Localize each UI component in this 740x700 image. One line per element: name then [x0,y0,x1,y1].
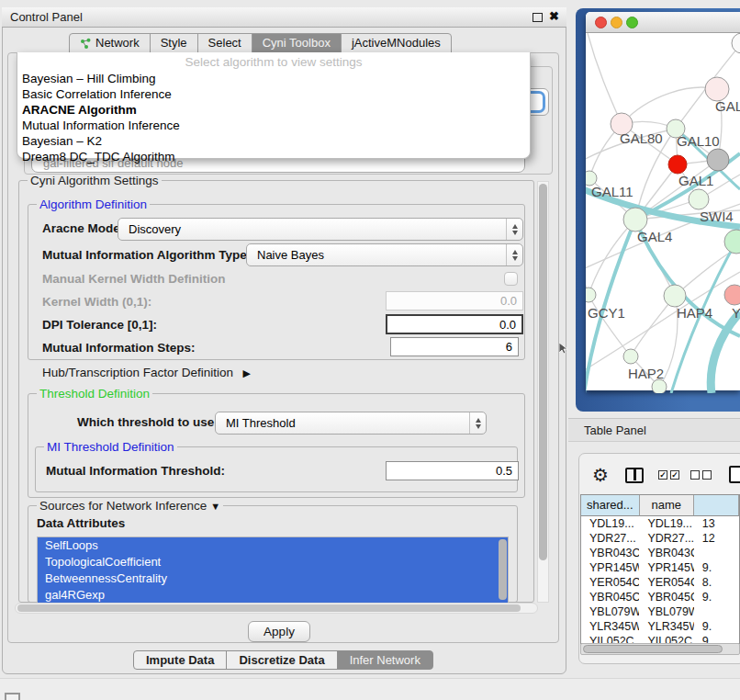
node-hap2[interactable] [623,349,638,364]
data-attributes-list[interactable]: SelfLoopsTopologicalCoefficientBetweenne… [37,536,509,604]
table-cell[interactable]: 9. [694,619,739,634]
scrollbar-thumb[interactable] [539,184,547,560]
manual-kernel-checkbox[interactable] [504,272,518,286]
collapsed-panel-icon[interactable] [5,693,20,700]
table-row[interactable]: YBL079WYBL079W [581,604,739,619]
table-row[interactable]: YLR345WYLR345W9. [581,619,739,634]
table-cell[interactable]: YDR27... [581,531,639,546]
mi-steps-field[interactable]: 6 [390,337,519,356]
table-row[interactable]: YDL19...YDL19...13 [581,516,739,531]
algorithm-option[interactable]: Dream8 DC_TDC Algorithm [17,149,530,164]
algorithm-option[interactable]: ARACNE Algorithm [17,102,530,118]
checked-checkbox-icon[interactable]: ✓ [658,470,667,480]
tab-impute-data[interactable]: Impute Data [133,650,227,670]
node-table[interactable]: shared...name YDL19...YDL19...13YDR27...… [580,494,740,644]
tab-select[interactable]: Select [197,33,252,53]
checked-checkbox-icon[interactable]: ✓ [670,470,679,480]
unchecked-checkbox-icon[interactable] [690,470,700,480]
close-button[interactable] [595,17,607,28]
tab-cyni-toolbox[interactable]: Cyni Toolbox [252,33,342,53]
control-panel-titlebar[interactable]: Control Panel ✖ [2,7,566,28]
table-cell[interactable]: YDR27... [639,531,693,546]
table-cell[interactable]: YPR145W [581,560,639,575]
table-cell[interactable]: YBR043C [639,546,693,560]
table-panel-titlebar[interactable]: Table Panel [568,418,740,442]
table-cell[interactable]: 9. [694,590,739,604]
table-cell[interactable]: YBL079W [639,604,693,619]
tab-network[interactable]: Network [69,33,151,53]
table-row[interactable]: YBR043CYBR043C [581,546,739,560]
close-icon[interactable]: ✖ [549,9,559,23]
table-cell[interactable]: 9. [694,560,739,575]
table-cell[interactable]: YPR145W [639,560,693,575]
attribute-item-selected[interactable]: SelfLoops [38,537,508,554]
node-hap4[interactable] [664,285,686,307]
algorithm-option[interactable]: Mutual Information Inference [17,118,530,133]
apply-button[interactable]: Apply [248,621,310,642]
table-header-row[interactable]: shared...name [581,495,739,516]
algorithm-option[interactable]: Bayesian – Hill Climbing [17,71,530,86]
gear-icon[interactable]: ⚙ [592,465,609,485]
unchecked-checkbox-icon[interactable] [702,470,712,480]
table-cell[interactable]: 8. [694,575,739,590]
table-row[interactable]: YPR145WYPR145W9. [581,560,739,575]
table-cell[interactable] [694,604,739,619]
attribute-item-selected[interactable]: gal4RGexp [38,587,508,604]
table-row[interactable]: YDR27...YDR27...12 [581,531,739,546]
table-cell[interactable]: 13 [694,516,739,531]
tab-infer-network[interactable]: Infer Network [337,650,433,670]
table-row[interactable]: YER054CYER054C8. [581,575,739,590]
table-row[interactable]: YBR045CYBR045C9. [581,590,739,604]
tab-discretize-data[interactable]: Discretize Data [226,650,337,670]
algorithm-option[interactable]: Basic Correlation Inference [17,86,530,102]
scrollbar-thumb[interactable] [17,604,521,612]
node-bottom-green[interactable] [652,379,667,393]
settings-vertical-scrollbar[interactable] [537,181,549,603]
table-cell[interactable]: YLR345W [581,619,639,634]
float-window-icon[interactable] [533,13,543,22]
list-scrollbar[interactable] [499,539,507,600]
table-cell[interactable]: YBR045C [639,590,693,604]
network-canvas[interactable]: GALGAL80GAL10GAL1GAL11SWI4GAL4GCY1HAP4YH… [586,33,740,393]
scrollbar-thumb[interactable] [583,645,723,653]
table-cell[interactable]: YBR045C [581,590,639,604]
zoom-button[interactable] [626,17,638,28]
table-cell[interactable] [694,546,739,560]
table-cell[interactable]: YDL19... [581,516,639,531]
minimize-button[interactable] [611,17,622,28]
column-header[interactable]: shared... [581,495,640,516]
split-columns-icon[interactable] [625,468,644,483]
column-header[interactable]: name [640,495,695,516]
column-header[interactable] [694,495,739,516]
algorithm-option[interactable]: Bayesian – K2 [17,133,530,149]
table-cell[interactable]: YBL079W [581,604,639,619]
table-cell[interactable]: YLR345W [639,619,693,634]
table-cell[interactable]: YER054C [581,575,639,590]
node-gal1[interactable] [668,155,687,174]
collapse-down-icon[interactable]: ▼ [210,501,220,512]
node-swi4[interactable] [689,189,709,209]
table-cell[interactable]: YDL19... [639,516,693,531]
which-threshold-select[interactable]: MI Threshold [215,412,487,435]
table-cell[interactable]: 12 [694,531,739,546]
mi-threshold-field[interactable]: 0.5 [386,461,519,480]
node-gcy1[interactable] [586,288,596,302]
tab-jactivemnodules[interactable]: jActiveMNodules [341,33,452,53]
settings-horizontal-scrollbar[interactable] [15,603,538,614]
node-top-partial[interactable] [732,33,740,53]
node-green-right[interactable] [724,230,740,254]
aracne-mode-select[interactable]: Discovery [118,218,523,241]
dpi-tolerance-field[interactable]: 0.0 [386,314,523,334]
hub-definition-toggle[interactable]: Hub/Transcription Factor Definition ▶ [42,364,251,380]
node-y-partial[interactable] [724,285,740,305]
network-window-titlebar[interactable] [586,12,740,33]
table-cell[interactable]: YBR043C [581,546,639,560]
table-body[interactable]: YDL19...YDL19...13YDR27...YDR27...12YBR0… [581,516,739,644]
node-gray[interactable] [707,149,729,171]
table-cell[interactable]: YER054C [639,575,693,590]
tab-style[interactable]: Style [150,33,198,53]
partial-toolbar-icon[interactable] [729,466,740,483]
attribute-item-selected[interactable]: TopologicalCoefficient [38,554,508,570]
table-horizontal-scrollbar[interactable] [580,643,740,655]
attribute-item-selected[interactable]: BetweennessCentrality [38,570,508,587]
